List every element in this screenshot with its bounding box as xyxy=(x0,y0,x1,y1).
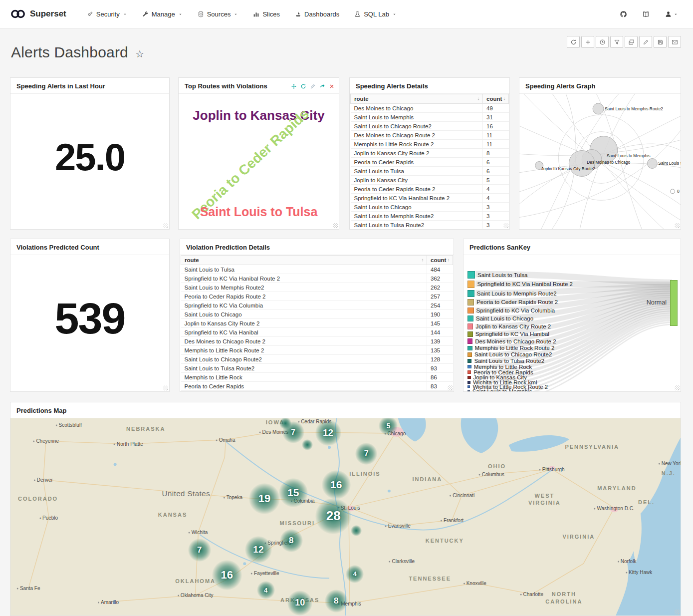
state-label: TENNESSEE xyxy=(409,575,451,582)
count-cell: 93 xyxy=(427,364,453,373)
sankey-node-color xyxy=(467,359,471,363)
count-cell: 139 xyxy=(427,337,453,346)
edit-button[interactable] xyxy=(639,36,652,48)
page-title: Alerts Dashboard xyxy=(11,44,128,61)
resize-handle[interactable] xyxy=(448,385,453,390)
filter-button[interactable] xyxy=(610,36,623,48)
layers-button[interactable] xyxy=(625,36,638,48)
city-label: New York xyxy=(659,461,681,466)
route-cell: Saint Louis to Chicago Route2 xyxy=(181,355,427,364)
city-label: Frankfort xyxy=(441,517,463,523)
resize-handle[interactable] xyxy=(163,385,168,390)
resize-handle[interactable] xyxy=(163,223,168,228)
sankey-item: Joplin to Kansas City Route 2 xyxy=(467,323,551,329)
share-icon xyxy=(319,83,325,89)
nav-item-manage[interactable]: Manage xyxy=(135,0,190,28)
refresh-button[interactable] xyxy=(567,36,580,48)
column-header-route[interactable]: route xyxy=(181,256,427,265)
sort-icon xyxy=(476,96,481,101)
resize-handle[interactable] xyxy=(333,223,338,228)
map-cluster-marker: 16 xyxy=(322,470,351,499)
nav-item-slices[interactable]: Slices xyxy=(245,0,287,28)
edit-action[interactable] xyxy=(310,82,316,88)
table-row: Springfield to KC Via Hanibal Route 24 xyxy=(351,194,509,203)
move-action[interactable] xyxy=(291,82,297,88)
sankey-item: Peoria to Ceder Rapids Route 2 xyxy=(467,299,558,306)
sankey-node-color xyxy=(467,323,473,329)
share-action[interactable] xyxy=(319,82,325,88)
map-cluster-marker: 28 xyxy=(315,498,351,534)
state-label: VIRGINIA xyxy=(562,533,595,540)
count-cell: 6 xyxy=(483,167,509,176)
sankey-target-node xyxy=(670,280,678,326)
table-row: Saint Louis to Chicago3 xyxy=(351,203,509,212)
graph-node xyxy=(647,159,657,169)
state-label: PENNSYLVANIA xyxy=(565,443,619,450)
github-button[interactable] xyxy=(615,7,632,21)
column-header-count[interactable]: count xyxy=(427,256,453,265)
route-cell: Saint Louis to Tulsa Route2 xyxy=(351,221,483,229)
sankey-node-label: Joplin to Kansas City Route 2 xyxy=(475,323,551,329)
nav-item-label: Sources xyxy=(207,10,231,18)
column-header-route[interactable]: route xyxy=(351,94,483,104)
big-number-value: 539 xyxy=(55,293,125,344)
save-icon xyxy=(657,39,664,45)
panel-title: Predictions SanKey xyxy=(463,239,681,255)
resize-handle[interactable] xyxy=(675,385,680,390)
city-label: Kitty Hawk xyxy=(626,569,652,575)
book-button[interactable] xyxy=(637,7,655,21)
column-header-count[interactable]: count xyxy=(483,94,509,104)
map-cluster-count: 16 xyxy=(330,479,342,491)
resize-handle[interactable] xyxy=(675,223,680,228)
city-label: Fayetteville xyxy=(251,570,279,576)
nav-item-sql-lab[interactable]: SQL Lab xyxy=(347,0,404,28)
map-cluster-count: 10 xyxy=(295,598,305,608)
route-cell: Joplin to Kansas City xyxy=(181,391,427,391)
caret-down-icon xyxy=(178,12,183,16)
route-cell: Saint Louis to Tulsa xyxy=(351,167,483,176)
panel-top-routes-wordcloud: Top Routes with Violations Joplin to Kan… xyxy=(178,77,339,230)
table-row: Joplin to Kansas City Route 2145 xyxy=(181,319,453,328)
email-button[interactable] xyxy=(668,36,681,48)
route-cell: Peoria to Ceder Rapids xyxy=(181,382,427,391)
refresh-action[interactable] xyxy=(300,82,306,88)
nav-item-dashboards[interactable]: Dashboards xyxy=(287,0,347,28)
table-row: Saint Louis to Memphis Route2262 xyxy=(181,283,453,292)
save-button[interactable] xyxy=(654,36,667,48)
sankey-node-color xyxy=(467,346,472,351)
graph-node xyxy=(593,103,604,114)
map-cluster-count: 8 xyxy=(289,536,293,546)
city-dot-icon xyxy=(33,441,34,442)
city-dot-icon xyxy=(251,573,252,574)
column-header-label: count xyxy=(486,96,502,102)
user-button[interactable] xyxy=(660,7,683,21)
favorite-star-icon[interactable]: ☆ xyxy=(135,46,144,59)
nav-item-sources[interactable]: Sources xyxy=(190,0,246,28)
map-canvas[interactable]: United States NEBRASKAIOWACOLORADOKANSAS… xyxy=(10,418,681,616)
clock-button[interactable] xyxy=(596,36,609,48)
map-cluster-marker: 12 xyxy=(245,536,272,563)
navbar: Superset SecurityManageSourcesSlicesDash… xyxy=(0,0,693,28)
resize-handle[interactable] xyxy=(503,223,508,228)
state-label: MARYLAND xyxy=(597,485,637,492)
map-cluster-marker: 7 xyxy=(188,539,211,562)
app-logo[interactable]: Superset xyxy=(10,9,66,19)
plus-button[interactable] xyxy=(581,36,594,48)
sankey-node-label: Springfield to KC Via Hanibal Route 2 xyxy=(477,281,573,287)
nav-item-security[interactable]: Security xyxy=(79,0,135,28)
filter-icon xyxy=(614,39,620,45)
sankey-item: Saint Louis to Memphis Route2 xyxy=(467,290,557,297)
city-dot-icon xyxy=(626,572,627,573)
map-cluster-count: 7 xyxy=(364,449,369,458)
sankey-item: Springfield to KC Via Hanibal xyxy=(467,331,549,337)
count-cell: 4 xyxy=(483,185,509,194)
state-label: OHIO xyxy=(488,463,506,470)
sankey-node-color xyxy=(467,352,472,357)
route-cell: Peoria to Ceder Rapids Route 2 xyxy=(351,185,483,194)
table-row: Peoria to Ceder Rapids83 xyxy=(181,382,453,391)
map-cluster-marker: 7 xyxy=(355,443,377,465)
wordcloud-area: Joplin to Kansas CityPeoria to Ceder Rap… xyxy=(179,94,339,229)
route-cell: Joplin to Kansas City Route 2 xyxy=(351,149,483,158)
close-action[interactable] xyxy=(329,82,335,88)
resize-handle[interactable] xyxy=(675,610,680,615)
